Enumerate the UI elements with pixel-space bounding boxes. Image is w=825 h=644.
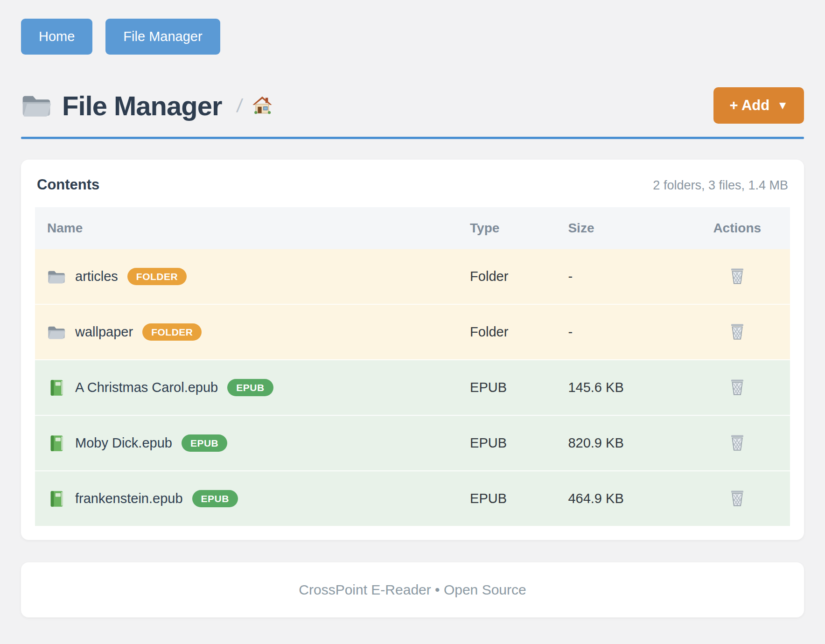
file-table: Name Type Size Actions articles FOLDER F…	[35, 207, 790, 526]
contents-card-header: Contents 2 folders, 3 files, 1.4 MB	[35, 176, 790, 193]
book-icon	[47, 434, 66, 452]
delete-button[interactable]	[727, 321, 747, 342]
column-header-actions: Actions	[684, 207, 790, 249]
trash-icon	[729, 434, 745, 451]
file-manager-page: Home File Manager File Manager /	[0, 0, 825, 617]
file-type-cell: Folder	[458, 249, 556, 304]
delete-button[interactable]	[727, 487, 747, 509]
nav-home-button[interactable]: Home	[21, 19, 92, 55]
add-button[interactable]: + Add ▼	[713, 87, 804, 124]
delete-button[interactable]	[727, 265, 747, 287]
breadcrumb: /	[237, 95, 273, 116]
book-icon	[47, 490, 66, 508]
file-name[interactable]: A Christmas Carol.epub	[75, 380, 218, 395]
table-row[interactable]: Moby Dick.epub EPUB EPUB 820.9 KB	[35, 415, 790, 471]
folder-icon	[47, 268, 66, 286]
footer: CrossPoint E-Reader • Open Source	[21, 562, 804, 617]
column-header-size: Size	[556, 207, 684, 249]
page-header: File Manager / + Add ▼	[21, 87, 804, 124]
delete-button[interactable]	[727, 376, 747, 398]
trash-icon	[729, 378, 745, 396]
book-icon	[47, 379, 66, 397]
folder-icon	[47, 323, 66, 341]
column-header-type: Type	[458, 207, 556, 249]
file-size-cell: 145.6 KB	[556, 360, 684, 415]
add-button-label: + Add	[729, 97, 769, 114]
file-name[interactable]: wallpaper	[75, 324, 133, 340]
contents-heading: Contents	[37, 176, 99, 193]
trash-icon	[729, 489, 745, 507]
nav-file-manager-button[interactable]: File Manager	[105, 19, 220, 55]
file-name[interactable]: articles	[75, 269, 118, 284]
table-row[interactable]: articles FOLDER Folder -	[35, 249, 790, 304]
file-size-cell: -	[556, 249, 684, 304]
file-type-cell: Folder	[458, 304, 556, 360]
folder-title-icon	[21, 92, 52, 119]
file-type-badge: FOLDER	[127, 268, 187, 285]
footer-text: CrossPoint E-Reader • Open Source	[299, 582, 526, 597]
file-table-body: articles FOLDER Folder - wallpaper	[35, 249, 790, 526]
contents-summary: 2 folders, 3 files, 1.4 MB	[653, 178, 788, 193]
file-size-cell: 820.9 KB	[556, 415, 684, 471]
trash-icon	[729, 267, 745, 285]
file-name[interactable]: frankenstein.epub	[75, 491, 183, 506]
column-header-name: Name	[35, 207, 458, 249]
file-size-cell: 464.9 KB	[556, 471, 684, 526]
breadcrumb-separator: /	[235, 95, 243, 116]
trash-icon	[729, 322, 745, 340]
contents-card: Contents 2 folders, 3 files, 1.4 MB Name…	[21, 160, 804, 540]
file-name[interactable]: Moby Dick.epub	[75, 435, 172, 451]
file-type-cell: EPUB	[458, 360, 556, 415]
file-type-badge: FOLDER	[142, 323, 202, 341]
table-row[interactable]: wallpaper FOLDER Folder -	[35, 304, 790, 360]
header-divider	[21, 137, 804, 139]
delete-button[interactable]	[727, 432, 747, 453]
page-title: File Manager	[62, 90, 222, 121]
file-type-cell: EPUB	[458, 471, 556, 526]
file-table-header: Name Type Size Actions	[35, 207, 790, 249]
file-size-cell: -	[556, 304, 684, 360]
dropdown-caret-icon: ▼	[777, 99, 788, 112]
file-type-badge: EPUB	[182, 434, 227, 452]
table-row[interactable]: frankenstein.epub EPUB EPUB 464.9 KB	[35, 471, 790, 526]
table-row[interactable]: A Christmas Carol.epub EPUB EPUB 145.6 K…	[35, 360, 790, 415]
file-type-badge: EPUB	[227, 379, 273, 396]
home-icon[interactable]	[252, 95, 273, 116]
top-nav: Home File Manager	[21, 19, 804, 55]
file-type-badge: EPUB	[192, 490, 238, 507]
file-type-cell: EPUB	[458, 415, 556, 471]
title-group: File Manager /	[21, 90, 273, 121]
